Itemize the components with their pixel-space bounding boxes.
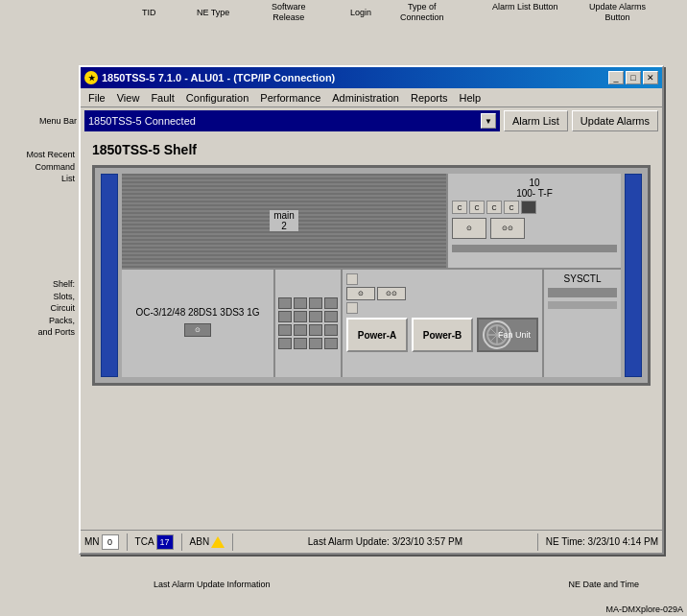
- alarm-list-button[interactable]: Alarm List: [504, 110, 568, 131]
- abn-label: ABN: [190, 536, 210, 547]
- port-4[interactable]: [324, 297, 338, 309]
- toolbar: 1850TSS-5 Connected ▼ Alarm List Update …: [81, 107, 662, 134]
- window-title: 1850TSS-5 7.1.0 - ALU01 - (TCP/IP Connec…: [102, 72, 335, 83]
- port-13[interactable]: [278, 338, 292, 349]
- mid-panel: ⊙ ⊙⊙ Power-A Power-B: [343, 270, 544, 377]
- tca-label: TCA: [135, 536, 154, 547]
- sysctl-bar-2: [548, 301, 617, 309]
- window-icon: ★: [84, 71, 98, 84]
- small-mod-1[interactable]: ⊙: [346, 287, 375, 300]
- ne-time-text: NE Time: 3/23/10 4:14 PM: [546, 536, 658, 547]
- ne-date-time-label: NE Date and Time: [568, 580, 639, 589]
- status-bar: MN 0 TCA 17 ABN Last Alarm Update: 3/23/…: [81, 530, 662, 553]
- menu-administration[interactable]: Administration: [326, 90, 405, 106]
- indicator-2[interactable]: C: [469, 201, 485, 214]
- oc-toggle: ⊙: [184, 323, 211, 337]
- port-14[interactable]: [294, 338, 307, 349]
- mid-row-3: [346, 302, 538, 314]
- type-of-connection-label: Type ofConnection: [400, 2, 444, 23]
- power-section: Power-A Power-B: [346, 318, 538, 352]
- port-1[interactable]: [278, 297, 292, 309]
- close-button[interactable]: ✕: [643, 71, 658, 84]
- small-mod-2[interactable]: ⊙⊙: [377, 287, 406, 300]
- port-12[interactable]: [324, 324, 338, 336]
- tid-label: TID: [142, 8, 156, 17]
- abn-segment: ABN: [190, 536, 225, 548]
- module-a[interactable]: ⊙: [452, 218, 486, 239]
- indicator-4[interactable]: C: [504, 201, 519, 214]
- shelf-slots-label: Shelf:Slots,CircuitPacks,and Ports: [2, 278, 75, 339]
- shelf-left-strip: [101, 174, 118, 377]
- window-controls[interactable]: _ □ ✕: [608, 71, 658, 84]
- port-11[interactable]: [309, 324, 322, 336]
- minimize-button[interactable]: _: [608, 71, 624, 84]
- port-grid-section: [275, 270, 343, 377]
- menu-reports[interactable]: Reports: [405, 90, 454, 106]
- mid-row-2: ⊙ ⊙⊙: [346, 287, 538, 300]
- indicator-3[interactable]: C: [486, 201, 502, 214]
- panel-100tf-label: 100- T-F: [452, 188, 617, 199]
- toggle-btn-1[interactable]: ⊙: [184, 323, 211, 337]
- most-recent-command-label: Most RecentCommandList: [2, 149, 75, 185]
- fan-unit[interactable]: Fan Unit: [477, 318, 538, 352]
- indicator-1[interactable]: C: [452, 201, 467, 214]
- module-b[interactable]: ⊙⊙: [490, 218, 525, 239]
- port-16[interactable]: [324, 338, 338, 349]
- sysctl-panel: SYSCTL: [544, 270, 621, 377]
- alarm-list-button-label: Alarm List Button: [492, 2, 558, 12]
- menu-bar-label: Menu Bar: [4, 115, 77, 128]
- doc-reference: MA-DMXplore-029A: [605, 604, 683, 614]
- shelf-bottom-section: OC-3/12/48 28DS1 3DS3 1G ⊙: [122, 270, 621, 377]
- port-8[interactable]: [324, 311, 338, 322]
- panel-10-label: 10: [452, 178, 617, 188]
- port-9[interactable]: [278, 324, 292, 336]
- ne-type-label: NE Type: [197, 8, 229, 17]
- tca-box: 17: [156, 534, 174, 550]
- port-6[interactable]: [294, 311, 307, 322]
- panel-bar: [452, 245, 617, 252]
- port-7[interactable]: [309, 311, 322, 322]
- sysctl-bar-1: [548, 288, 617, 297]
- power-a-button[interactable]: Power-A: [346, 318, 408, 352]
- port-grid: [278, 297, 338, 349]
- last-alarm-text: Last Alarm Update: 3/23/10 3:57 PM: [241, 536, 530, 547]
- main-card: main 2: [122, 174, 448, 268]
- right-top-panel: 10 100- T-F C C C C ⊙ ⊙⊙: [448, 174, 621, 268]
- oc-card: OC-3/12/48 28DS1 3DS3 1G ⊙: [122, 270, 275, 377]
- main-label: main 2: [270, 210, 298, 231]
- maximize-button[interactable]: □: [626, 71, 641, 84]
- dropdown-arrow[interactable]: ▼: [481, 113, 496, 129]
- power-b-button[interactable]: Power-B: [412, 318, 473, 352]
- divider-3: [232, 533, 233, 551]
- login-label: Login: [350, 8, 371, 17]
- menu-file[interactable]: File: [83, 90, 111, 106]
- status-combo[interactable]: 1850TSS-5 Connected ▼: [84, 110, 500, 131]
- shelf-right-strip: [625, 174, 642, 377]
- menu-bar: File View Fault Configuration Performanc…: [81, 88, 662, 107]
- update-alarms-button[interactable]: Update Alarms: [572, 110, 658, 131]
- small-ind-2[interactable]: [346, 302, 358, 314]
- menu-fault[interactable]: Fault: [145, 90, 179, 106]
- software-release-label: SoftwareRelease: [272, 2, 306, 23]
- mn-segment: MN 0: [84, 534, 119, 550]
- mn-label: MN: [84, 536, 100, 547]
- divider-4: [537, 533, 538, 551]
- fan-label: Fan Unit: [498, 330, 531, 341]
- indicator-row: C C C C: [452, 201, 617, 214]
- content-area: 1850TSS-5 Shelf main 2 10: [81, 134, 662, 532]
- port-15[interactable]: [309, 338, 322, 349]
- divider-2: [181, 533, 182, 551]
- shelf-container: main 2 10 100- T-F C C C C: [92, 165, 651, 386]
- small-ind-1[interactable]: [346, 273, 358, 285]
- port-10[interactable]: [294, 324, 307, 336]
- indicator-5[interactable]: [521, 201, 536, 214]
- menu-help[interactable]: Help: [454, 90, 487, 106]
- port-5[interactable]: [278, 311, 292, 322]
- menu-view[interactable]: View: [111, 90, 146, 106]
- mid-row-1: [346, 273, 538, 285]
- port-2[interactable]: [294, 297, 307, 309]
- status-text: 1850TSS-5 Connected: [88, 115, 196, 127]
- port-3[interactable]: [309, 297, 322, 309]
- menu-performance[interactable]: Performance: [254, 90, 326, 106]
- menu-configuration[interactable]: Configuration: [180, 90, 254, 106]
